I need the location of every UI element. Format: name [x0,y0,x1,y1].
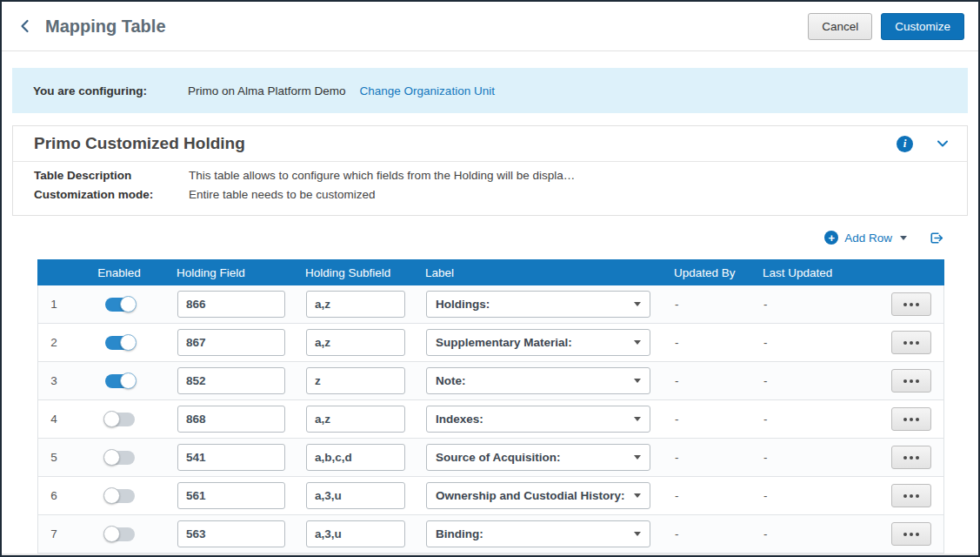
updated-by-value: - [668,298,757,311]
holding-field-cell [170,291,299,318]
enabled-toggle[interactable] [105,413,135,426]
customization-mode-value: Entire table needs to be customized [189,185,376,205]
info-icon[interactable]: i [897,136,913,152]
ellipsis-icon [910,533,913,536]
row-number: 7 [38,527,70,540]
enabled-toggle[interactable] [105,489,135,503]
caret-down-icon [634,340,641,345]
ellipsis-icon [910,303,913,306]
toggle-knob [120,372,137,389]
table-info-panel: Primo Customized Holding i Table Descrip… [12,125,968,216]
holding-subfield-input[interactable] [306,291,405,318]
enabled-toggle[interactable] [105,374,135,388]
export-button[interactable] [928,230,944,246]
customize-button[interactable]: Customize [881,13,964,40]
last-updated-value: - [757,336,878,349]
holding-subfield-cell [299,406,419,433]
column-header-label: Label [418,266,667,279]
toggle-knob [103,487,120,504]
row-actions-button[interactable] [891,292,931,316]
holding-field-input[interactable] [177,367,285,394]
caret-down-icon [634,532,641,536]
add-row-button[interactable]: + Add Row [824,231,907,245]
holding-field-input[interactable] [177,482,285,509]
holding-field-input[interactable] [177,520,285,547]
caret-down-icon [634,417,641,421]
actions-cell [878,522,943,546]
label-dropdown-value: Note: [436,374,466,387]
ellipsis-icon [910,341,913,345]
actions-cell [878,369,943,393]
enabled-cell [70,336,170,350]
holding-subfield-input[interactable] [306,329,405,356]
last-updated-value: - [757,489,878,502]
table-row: 4 Indexes: - - [38,400,943,439]
label-dropdown-value: Ownership and Custodial History: [436,489,625,502]
row-actions-button[interactable] [891,331,931,354]
holding-subfield-cell [299,482,419,509]
row-actions-button[interactable] [891,369,931,393]
cancel-button[interactable]: Cancel [808,13,872,40]
holding-subfield-cell [299,367,419,394]
label-dropdown[interactable]: Supplementary Material: [426,329,650,356]
row-number: 4 [38,413,70,426]
holding-field-input[interactable] [177,291,285,318]
table-row: 2 Supplementary Material: - - [38,324,943,362]
row-actions-button[interactable] [891,446,931,469]
bottom-scroll-strip [2,554,978,555]
collapse-panel-button[interactable] [936,137,950,151]
holding-subfield-cell [299,444,419,471]
toggle-knob [120,334,137,351]
updated-by-value: - [668,489,757,502]
column-header-enabled: Enabled [69,266,170,279]
holding-field-input[interactable] [177,444,285,471]
chevron-down-icon [936,137,950,151]
enabled-toggle[interactable] [105,298,135,312]
label-dropdown[interactable]: Holdings: [426,291,650,318]
enabled-cell [70,413,170,426]
column-header-holding-field: Holding Field [170,266,298,279]
enabled-toggle[interactable] [105,527,135,541]
holding-subfield-input[interactable] [306,367,405,394]
row-actions-button[interactable] [891,484,931,507]
actions-cell [878,484,943,507]
back-button[interactable] [14,15,37,37]
label-cell: Note: [419,367,668,394]
holding-field-cell [170,329,299,356]
enabled-toggle[interactable] [105,336,135,350]
label-dropdown-value: Indexes: [436,413,483,426]
row-number: 6 [38,489,70,502]
change-organization-unit-link[interactable]: Change Organization Unit [360,84,495,97]
holding-subfield-input[interactable] [306,444,405,471]
label-dropdown[interactable]: Indexes: [426,406,650,433]
row-actions-button[interactable] [891,522,931,546]
row-number: 1 [38,298,70,311]
actions-cell [878,292,943,316]
updated-by-value: - [668,374,757,387]
label-cell: Binding: [419,520,668,547]
holding-subfield-input[interactable] [306,406,405,433]
label-dropdown[interactable]: Ownership and Custodial History: [426,482,650,509]
enabled-toggle[interactable] [105,451,135,465]
holding-field-cell [170,520,299,547]
label-cell: Supplementary Material: [419,329,668,356]
table-body: 1 Holdings: - - 2 [37,285,944,554]
holding-field-cell [170,444,299,471]
label-dropdown-value: Supplementary Material: [436,336,572,349]
holding-field-input[interactable] [177,406,285,433]
actions-cell [878,331,943,354]
enabled-cell [70,527,170,541]
holding-field-input[interactable] [177,329,285,356]
label-dropdown[interactable]: Binding: [426,520,650,547]
enabled-cell [70,374,170,388]
label-dropdown[interactable]: Source of Acquisition: [426,444,650,471]
enabled-cell [70,451,170,465]
holding-subfield-input[interactable] [306,482,405,509]
label-dropdown[interactable]: Note: [426,367,650,394]
toggle-knob [103,526,120,542]
row-actions-button[interactable] [891,407,931,431]
holding-subfield-cell [299,329,419,356]
holding-subfield-input[interactable] [306,520,405,547]
holding-subfield-cell [299,520,419,547]
table-description-row: Table Description This table allows to c… [34,166,946,185]
